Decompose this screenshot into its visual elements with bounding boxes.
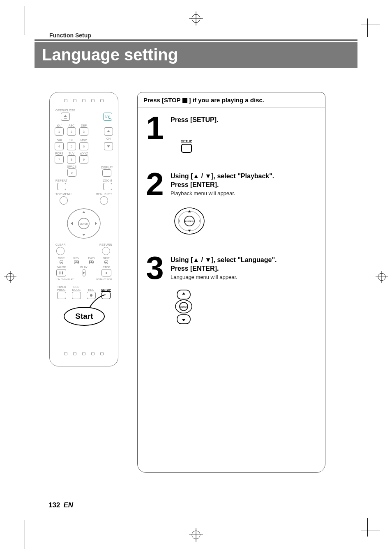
skip-fwd-button: ⏭ <box>104 260 108 264</box>
step-1-title: Press [SETUP]. <box>171 115 318 124</box>
nav-ring: ENTER <box>67 206 101 241</box>
svg-text:ENTER: ENTER <box>185 220 194 223</box>
skip-back-button: ⏮ <box>60 260 63 264</box>
start-callout: Start <box>64 307 105 326</box>
registration-mark-bottom <box>189 528 203 543</box>
nav-ring-illustration: ENTER <box>174 205 318 237</box>
step-number: 3 <box>143 256 166 325</box>
step-2: 2 Using [▲ / ▼], select "Playback". Pres… <box>138 164 325 248</box>
down-triangle-icon: ▼ <box>205 173 211 180</box>
nav-enter-illustration: ENTER <box>174 289 318 325</box>
ch-down-button <box>104 142 113 150</box>
step-number: 1 <box>143 115 166 153</box>
zoom-button <box>103 183 112 190</box>
fast-forward-button: ▶▶ <box>89 260 94 264</box>
enter-label: ENTER <box>80 223 88 225</box>
key-9: 9 <box>79 155 88 164</box>
step-3-title: Using [▲ / ▼], select "Language". Press … <box>171 256 318 273</box>
registration-mark-top <box>189 12 203 27</box>
key-0: 0 <box>67 168 76 177</box>
step-number: 2 <box>143 172 166 237</box>
eject-icon <box>63 114 68 119</box>
steps-header: Press [STOP ] if you are playing a disc. <box>138 92 325 108</box>
up-triangle-icon: ▲ <box>193 256 199 263</box>
top-menu-button <box>60 196 68 205</box>
key-1: 1 <box>55 127 64 136</box>
power-button: I/⏻ <box>103 113 112 121</box>
return-button <box>102 247 110 255</box>
steps-panel: Press [STOP ] if you are playing a disc.… <box>137 92 325 473</box>
menu-list-button <box>100 196 108 205</box>
crop-mark-br <box>355 518 380 543</box>
step-1: 1 Press [SETUP]. SETUP <box>138 108 325 164</box>
remote-bottom-dots <box>50 352 118 355</box>
repeat-button <box>57 183 66 190</box>
down-triangle-icon: ▼ <box>205 256 211 263</box>
ch-up-button <box>104 127 113 136</box>
rewind-button: ◀◀ <box>74 260 79 264</box>
crop-mark-tr <box>355 12 380 37</box>
clear-button <box>56 247 65 255</box>
pause-button: ❚❚ <box>56 269 66 276</box>
registration-mark-left <box>4 271 16 285</box>
key-8: 8 <box>67 155 76 164</box>
key-3: 3 <box>79 127 88 136</box>
key-2: 2 <box>67 127 76 136</box>
page-content: Function Setup Language setting OPEN/CLO… <box>35 32 357 512</box>
step-2-sub: Playback menu will appear. <box>171 190 318 196</box>
timer-prog-button <box>57 292 66 299</box>
key-7: 7 <box>55 155 64 164</box>
section-label: Function Setup <box>35 32 357 39</box>
stop-button: ■ <box>101 269 111 276</box>
open-close-label: OPEN/CLOSE <box>55 109 76 112</box>
stop-icon <box>182 98 187 103</box>
page-number: 132EN <box>48 501 73 509</box>
play-button: ▶ <box>83 269 85 276</box>
remote-top-dots <box>53 99 115 102</box>
page-title: Language setting <box>35 42 357 68</box>
key-4: 4 <box>55 142 64 150</box>
key-5: 5 <box>67 142 76 150</box>
power-icon: I/⏻ <box>105 114 111 120</box>
eject-button <box>61 113 70 121</box>
step-3-sub: Language menu will appear. <box>171 274 318 280</box>
up-triangle-icon: ▲ <box>193 173 199 180</box>
svg-text:I/⏻: I/⏻ <box>105 115 111 119</box>
key-6: 6 <box>79 142 88 150</box>
header-rule <box>35 39 357 41</box>
rec-mode-button <box>72 292 81 299</box>
remote-illustration: OPEN/CLOSE I/⏻ @./1 <box>49 92 130 473</box>
step-3: 3 Using [▲ / ▼], select "Language". Pres… <box>138 248 325 472</box>
registration-mark-right <box>376 271 388 285</box>
display-button <box>102 169 111 177</box>
setup-key-illustration: SETUP <box>178 139 195 153</box>
step-2-title: Using [▲ / ▼], select "Playback". Press … <box>171 172 318 189</box>
svg-text:ENTER: ENTER <box>180 306 188 308</box>
